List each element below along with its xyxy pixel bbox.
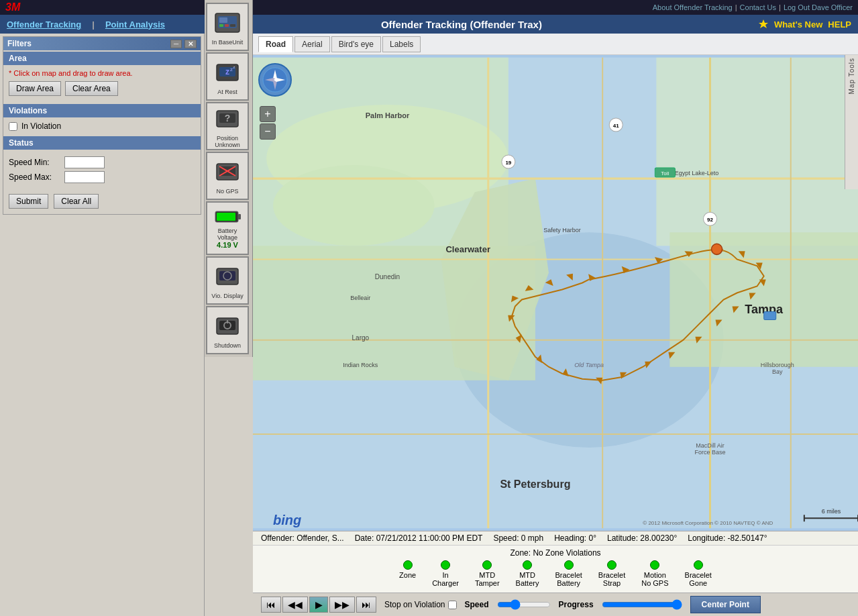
- device-icons-panel: In BaseUnit z z z At Rest ? Position Unk…: [205, 0, 253, 357]
- offender-info: Offender: Offender, S...: [261, 533, 344, 543]
- contact-link[interactable]: Contact Us: [740, 3, 776, 11]
- svg-text:?: ?: [225, 113, 231, 123]
- map-tab-labels[interactable]: Labels: [382, 36, 421, 52]
- map-svg[interactable]: 19 41 92 Palm Harbor Clearwater Tampa St…: [253, 55, 858, 531]
- device-icon-atrest[interactable]: z z z At Rest: [206, 52, 249, 101]
- shutdown-label: Shutdown: [214, 342, 241, 349]
- speed-info: Speed: 0 mph: [493, 533, 543, 543]
- svg-rect-94: [764, 312, 776, 320]
- logout-link[interactable]: Log Out Dave Officer: [784, 3, 853, 11]
- svg-text:Dunedin: Dunedin: [375, 273, 400, 280]
- mtdtamper-label: MTDTamper: [475, 571, 500, 587]
- about-link[interactable]: About Offender Tracking: [653, 3, 733, 11]
- star-icon: [758, 19, 769, 30]
- nogps-icon: [213, 157, 242, 187]
- motionnogps-dot: [650, 560, 659, 570]
- clear-all-button[interactable]: Clear All: [54, 194, 99, 209]
- braceletbattery-dot: [564, 560, 574, 570]
- map-tab-aerial[interactable]: Aerial: [294, 36, 330, 52]
- svg-text:Toll: Toll: [661, 170, 669, 176]
- longitude-info: Longitude: -82.50147°: [688, 533, 767, 543]
- svg-rect-5: [225, 24, 229, 27]
- mtdbattery-dot: [523, 560, 532, 570]
- logo: 3M: [5, 1, 20, 13]
- battery-voltage-label: Battery Voltage: [207, 227, 248, 241]
- braceletbattery-label: BraceletBattery: [555, 571, 582, 587]
- filters-header-btns: ─ ✕: [170, 40, 197, 48]
- map-area[interactable]: Road Aerial Bird's eye Labels: [253, 34, 858, 531]
- indicator-motionnogps: MotionNo GPS: [641, 560, 668, 587]
- map-tab-road[interactable]: Road: [258, 36, 293, 52]
- map-tools-label: Map Tools: [848, 58, 855, 94]
- zoom-out-button[interactable]: −: [260, 123, 276, 140]
- nav-point-analysis[interactable]: Point Analysis: [105, 19, 165, 30]
- forward-end-button[interactable]: ⏭: [356, 597, 376, 613]
- progress-slider[interactable]: [602, 599, 682, 610]
- device-icon-battery[interactable]: Battery Voltage 4.19 V: [206, 201, 249, 255]
- violation-row: In Violation: [3, 117, 201, 135]
- svg-text:Indian Rocks: Indian Rocks: [343, 362, 378, 368]
- posunknown-icon: ?: [213, 104, 242, 134]
- zoom-in-button[interactable]: +: [260, 106, 276, 122]
- stop-on-violation-checkbox[interactable]: [448, 601, 457, 609]
- indicator-zone: Zone: [399, 560, 416, 587]
- draw-area-button[interactable]: Draw Area: [9, 81, 61, 96]
- braceletgone-dot: [694, 560, 703, 570]
- indicators-row: Zone InCharger MTDTamper MTDBattery Brac…: [258, 560, 853, 587]
- forward-button[interactable]: ▶▶: [329, 597, 355, 613]
- playback-controls: ⏮ ◀◀ ▶ ▶▶ ⏭: [261, 597, 376, 613]
- device-icon-shutdown[interactable]: Shutdown: [206, 306, 249, 354]
- atrest-label: At Rest: [217, 89, 237, 95]
- device-icon-posunknown[interactable]: ? Position Unknown: [206, 102, 249, 150]
- device-icon-nogps[interactable]: No GPS: [206, 152, 249, 200]
- svg-text:41: 41: [613, 123, 619, 129]
- compass-icon: [262, 66, 288, 93]
- svg-text:Palm Harbor: Palm Harbor: [366, 111, 410, 119]
- speed-min-input[interactable]: [64, 156, 105, 168]
- sidebar: Filters Filters ─ ✕ Area * Click on map …: [0, 34, 205, 616]
- map-toolbar: Road Aerial Bird's eye Labels: [253, 34, 858, 55]
- help-button[interactable]: HELP: [828, 19, 851, 30]
- device-icon-baseunit[interactable]: In BaseUnit: [206, 3, 249, 51]
- speed-max-input[interactable]: [64, 171, 105, 183]
- in-violation-checkbox[interactable]: [9, 122, 17, 131]
- speed-max-row: Speed Max:: [9, 171, 195, 183]
- progress-label: Progress: [559, 600, 594, 609]
- rewind-start-button[interactable]: ⏮: [261, 597, 281, 613]
- whats-new-link[interactable]: What's New: [774, 19, 822, 30]
- center-point-button[interactable]: Center Point: [690, 596, 761, 613]
- svg-text:z: z: [233, 65, 235, 69]
- minimize-button[interactable]: ─: [170, 40, 182, 48]
- speed-slider[interactable]: [497, 599, 551, 610]
- nav-offender-tracking[interactable]: Offender Tracking: [7, 19, 81, 30]
- submit-button[interactable]: Submit: [9, 194, 48, 209]
- svg-rect-23: [219, 271, 235, 280]
- svg-text:Safety Harbor: Safety Harbor: [543, 227, 581, 234]
- play-button[interactable]: ▶: [309, 597, 328, 613]
- clear-area-button[interactable]: Clear Area: [65, 81, 118, 96]
- submit-row: Submit Clear All: [3, 190, 201, 214]
- map-tools-panel: Map Tools: [845, 55, 858, 189]
- zone-violations: Zone: No Zone Violations: [258, 548, 853, 558]
- nav-compass[interactable]: [258, 63, 292, 97]
- baseunit-icon: [213, 8, 242, 38]
- speed-min-row: Speed Min:: [9, 156, 195, 168]
- svg-text:Force Base: Force Base: [694, 449, 725, 456]
- map-tab-birdseye[interactable]: Bird's eye: [331, 36, 381, 52]
- filters-panel: Filters ─ ✕ Area * Click on map and drag…: [3, 36, 201, 215]
- map-container[interactable]: Road Aerial Bird's eye Labels: [253, 34, 858, 616]
- rewind-button[interactable]: ◀◀: [282, 597, 308, 613]
- map-nav-control[interactable]: [258, 63, 292, 97]
- close-button[interactable]: ✕: [184, 40, 197, 48]
- nav-separator: |: [92, 19, 95, 30]
- speed-max-label: Speed Max:: [9, 172, 59, 182]
- svg-text:19: 19: [505, 160, 511, 166]
- indicator-mtdbattery: MTDBattery: [516, 560, 539, 587]
- svg-rect-3: [219, 17, 227, 23]
- bottom-info-bar: Offender: Offender, S... Date: 07/21/201…: [253, 531, 858, 545]
- svg-text:Old Tampa: Old Tampa: [574, 362, 604, 368]
- date-info: Date: 07/21/2012 11:00:00 PM EDT: [355, 533, 483, 543]
- device-icon-viodisplay[interactable]: Vio. Display: [206, 256, 249, 305]
- indicator-mtdtamper: MTDTamper: [475, 560, 500, 587]
- nav-title: Offender Tracking (Offender Trax): [176, 19, 747, 30]
